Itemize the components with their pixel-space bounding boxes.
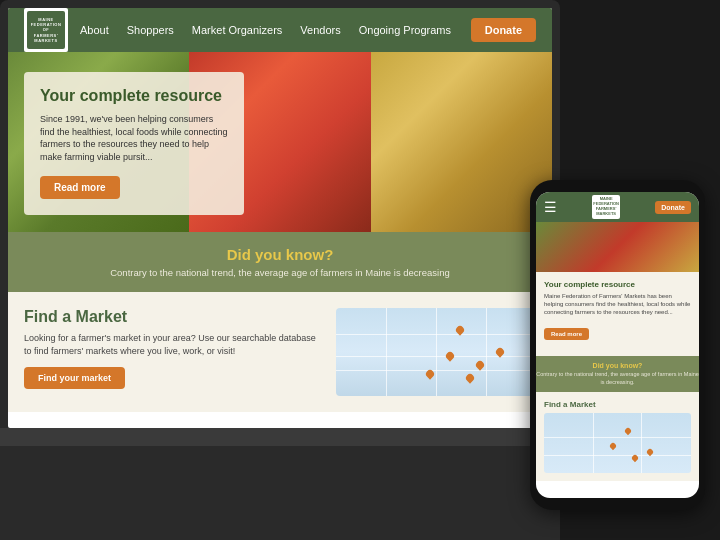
nav-links: About Shoppers Market Organizers Vendors… bbox=[80, 24, 471, 36]
nav-about[interactable]: About bbox=[80, 24, 109, 36]
phone-find-title: Find a Market bbox=[544, 400, 691, 409]
hero-description: Since 1991, we've been helping consumers… bbox=[40, 113, 228, 163]
read-more-button[interactable]: Read more bbox=[40, 176, 120, 199]
phone-dyk-text: Contrary to the national trend, the aver… bbox=[536, 371, 699, 385]
nav-shoppers[interactable]: Shoppers bbox=[127, 24, 174, 36]
map-pin[interactable] bbox=[444, 350, 455, 361]
phone-dyk-title: Did you know? bbox=[536, 362, 699, 369]
phone-map-pin[interactable] bbox=[624, 426, 632, 434]
laptop-screen: MAINEFEDERATIONOFFARMERS'MARKETS About S… bbox=[8, 8, 552, 428]
did-you-know-section: Did you know? Contrary to the national t… bbox=[8, 232, 552, 292]
find-market-left: Find a Market Looking for a farmer's mar… bbox=[24, 308, 320, 396]
phone-hero-title: Your complete resource bbox=[544, 280, 691, 289]
map-background bbox=[336, 308, 536, 396]
phone-donate-button[interactable]: Donate bbox=[655, 201, 691, 214]
dyk-title: Did you know? bbox=[28, 246, 532, 263]
hero-bg-squash bbox=[371, 52, 552, 232]
find-market-description: Looking for a farmer's market in your ar… bbox=[24, 332, 320, 357]
find-market-title: Find a Market bbox=[24, 308, 320, 326]
dyk-text: Contrary to the national trend, the aver… bbox=[28, 267, 532, 278]
site-nav: MAINEFEDERATIONOFFARMERS'MARKETS About S… bbox=[8, 8, 552, 52]
site-logo[interactable]: MAINEFEDERATIONOFFARMERS'MARKETS bbox=[24, 8, 68, 52]
phone-dyk-section: Did you know? Contrary to the national t… bbox=[536, 356, 699, 391]
phone-find-market-section: Find a Market bbox=[536, 392, 699, 481]
phone-logo[interactable]: MAINEFEDERATIONFARMERS'MARKETS bbox=[592, 195, 620, 219]
hero-title: Your complete resource bbox=[40, 86, 228, 105]
phone-hero-image bbox=[536, 222, 699, 272]
nav-ongoing-programs[interactable]: Ongoing Programs bbox=[359, 24, 451, 36]
find-market-section: Find a Market Looking for a farmer's mar… bbox=[8, 292, 552, 412]
hero-overlay: Your complete resource Since 1991, we've… bbox=[24, 72, 244, 215]
map-pin[interactable] bbox=[464, 372, 475, 383]
find-market-button[interactable]: Find your market bbox=[24, 367, 125, 389]
nav-vendors[interactable]: Vendors bbox=[300, 24, 340, 36]
phone-map bbox=[544, 413, 691, 473]
map-container bbox=[336, 308, 536, 396]
phone-hero-description: Maine Federation of Farmers' Markets has… bbox=[544, 293, 691, 316]
nav-market-organizers[interactable]: Market Organizers bbox=[192, 24, 282, 36]
phone-hero-content: Your complete resource Maine Federation … bbox=[536, 272, 699, 356]
phone-map-pin[interactable] bbox=[609, 441, 617, 449]
laptop-frame: MAINEFEDERATIONOFFARMERS'MARKETS About S… bbox=[0, 0, 560, 540]
phone-nav: ☰ MAINEFEDERATIONFARMERS'MARKETS Donate bbox=[536, 192, 699, 222]
nav-donate-button[interactable]: Donate bbox=[471, 18, 536, 42]
phone-frame: ☰ MAINEFEDERATIONFARMERS'MARKETS Donate … bbox=[530, 180, 705, 510]
phone-read-more-button[interactable]: Read more bbox=[544, 328, 589, 340]
hero-section: Your complete resource Since 1991, we've… bbox=[8, 52, 552, 232]
hamburger-icon[interactable]: ☰ bbox=[544, 199, 557, 215]
laptop-base bbox=[0, 428, 580, 446]
phone-screen: ☰ MAINEFEDERATIONFARMERS'MARKETS Donate … bbox=[536, 192, 699, 498]
